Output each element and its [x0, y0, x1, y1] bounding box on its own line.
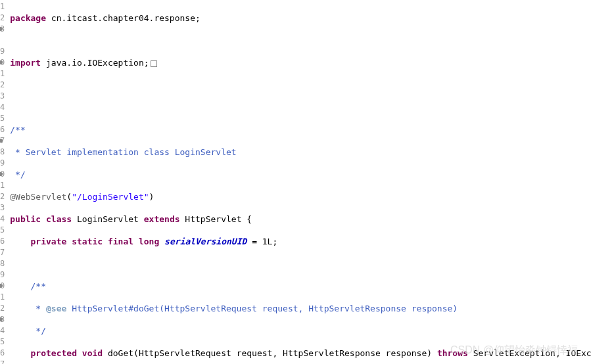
line-number: 1 [0, 180, 5, 191]
keyword: static [72, 237, 103, 246]
javadoc-tag: @see [46, 304, 66, 313]
code-line[interactable]: private static final long serialVersionU… [10, 236, 591, 247]
code-line[interactable]: */ [10, 169, 591, 180]
keyword: throws [437, 348, 468, 358]
line-number[interactable]: 0 [0, 281, 5, 292]
code-line[interactable]: protected void doGet(HttpServletRequest … [10, 348, 591, 359]
line-number: 6 [0, 348, 5, 359]
line-number: 4 [0, 102, 5, 113]
code-line[interactable]: * @see HttpServlet#doGet(HttpServletRequ… [10, 303, 591, 314]
javadoc: */ [10, 170, 25, 179]
line-number: 8 [0, 258, 5, 269]
line-number: 7 [0, 247, 5, 258]
javadoc: */ [31, 326, 46, 336]
code-line[interactable] [10, 80, 591, 91]
line-number[interactable]: 7 [0, 135, 5, 147]
code-line[interactable]: /** [10, 281, 591, 292]
javadoc: HttpServlet#doGet(HttpServletRequest req… [66, 304, 458, 313]
javadoc: * [31, 304, 46, 313]
code-line[interactable]: /** [10, 124, 591, 135]
class-name: LoginServlet [72, 214, 144, 224]
keyword: void [82, 348, 103, 358]
code-text: = 1L; [247, 237, 277, 246]
keyword: protected [31, 348, 77, 358]
fold-marker-icon[interactable] [151, 60, 157, 67]
code-text: java.io.IOException; [41, 58, 149, 68]
code-editor[interactable]: package cn.itcast.chapter04.response; im… [7, 0, 591, 364]
code-line[interactable] [10, 102, 591, 113]
code-line[interactable]: @WebServlet("/LoginServlet") [10, 191, 591, 202]
keyword: class [46, 214, 72, 224]
line-number: 2 [0, 12, 5, 24]
code-text: cn.itcast.chapter04.response; [46, 13, 201, 23]
paren: ( [66, 192, 72, 202]
line-number: 3 [0, 202, 5, 214]
line-number[interactable]: 0 [0, 57, 5, 68]
line-number: 9 [0, 46, 5, 57]
javadoc: /** [31, 281, 46, 291]
keyword: extends [144, 214, 180, 224]
method-sig: doGet(HttpServletRequest request, HttpSe… [103, 348, 437, 358]
keyword: import [10, 58, 41, 68]
code-line[interactable]: * Servlet implementation class LoginServ… [10, 147, 591, 158]
line-number: 1 [0, 1, 5, 12]
line-number: 7 [0, 359, 5, 364]
line-number: 3 [0, 91, 5, 102]
line-number[interactable]: 0 [0, 169, 5, 180]
line-number: 2 [0, 191, 5, 202]
line-number: 6 [0, 236, 5, 247]
code-line[interactable]: public class LoginServlet extends HttpSe… [10, 214, 591, 225]
string: "/LoginServlet" [72, 192, 149, 202]
line-number: 9 [0, 158, 5, 169]
code-line[interactable] [10, 258, 591, 269]
line-number-gutter: 1 2 3 9 0 1 2 3 4 5 6 7 8 9 0 1 2 3 4 5 … [0, 0, 7, 364]
line-number: 5 [0, 113, 5, 124]
line-number: 2 [0, 303, 5, 314]
keyword: public [10, 214, 41, 224]
keyword: final [108, 237, 133, 246]
line-number: 5 [0, 336, 5, 348]
line-number: 9 [0, 269, 5, 281]
line-number: 1 [0, 292, 5, 303]
keyword: package [10, 13, 46, 23]
line-number[interactable]: 3 [0, 314, 5, 325]
line-number: 4 [0, 214, 5, 225]
line-number: 5 [0, 225, 5, 236]
annotation: @WebServlet [10, 192, 66, 202]
field: serialVersionUID [164, 237, 247, 246]
code-line[interactable]: package cn.itcast.chapter04.response; [10, 12, 591, 24]
code-line[interactable]: import java.io.IOException; [10, 57, 591, 68]
javadoc: /** [10, 125, 25, 135]
code-text: HttpServlet { [180, 214, 252, 224]
keyword: long [139, 237, 159, 246]
line-number: 2 [0, 80, 5, 91]
line-number: 8 [0, 147, 5, 158]
line-number [0, 35, 5, 46]
code-line[interactable]: */ [10, 325, 591, 336]
javadoc: * Servlet implementation class LoginServ… [10, 147, 236, 157]
line-number: 1 [0, 68, 5, 80]
line-number: 6 [0, 124, 5, 135]
line-number: 4 [0, 325, 5, 336]
code-line[interactable] [10, 35, 591, 46]
code-text: ServletException, IOException { [468, 348, 591, 358]
line-number[interactable]: 3 [0, 24, 5, 35]
paren: ) [149, 192, 154, 202]
keyword: private [31, 237, 67, 246]
